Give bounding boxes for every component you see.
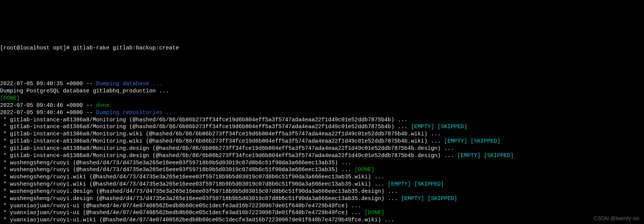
- repo-line: * gitlab-instance-a61386a8/Monitoring.de…: [0, 145, 454, 151]
- log-dumping-database: Dumping database ...: [96, 81, 166, 87]
- repo-status-tag: [EMPTY] [SKIPPED]: [388, 181, 444, 187]
- repo-line: * gitlab-instance-a61386a8/Monitoring (@…: [0, 124, 411, 130]
- repo-line: * wushengsheng/ruoyi.wiki (@hashed/d4/73…: [0, 181, 388, 187]
- repo-line: * wushengsheng/ruoyi.design (@hashed/d4/…: [0, 188, 398, 194]
- repo-line: * gitlab-instance-a61386a8/Monitoring (@…: [0, 117, 407, 123]
- shell-prompt-line: [root@localhost opt]# gitlab-rake gitlab…: [0, 45, 179, 51]
- log-timestamp: 2022-07-05 09:40:46 +0800 --: [0, 110, 96, 116]
- log-done-word: done: [96, 102, 109, 108]
- repo-line: * yuanxiaojuan/ruoyi-ui (@hashed/4e/07/4…: [0, 203, 361, 209]
- log-timestamp: 2022-07-05 09:40:35 +0800 --: [0, 81, 96, 87]
- repo-line: * wushengsheng/ruoyi.design (@hashed/d4/…: [0, 195, 401, 202]
- repo-status-tag: [EMPTY] [SKIPPED]: [444, 138, 500, 144]
- repo-line: * yuanxiaojuan/ruoyi-ui (@hashed/4e/07/4…: [0, 210, 364, 216]
- repo-line: * wushengsheng/ruoyi.wiki (@hashed/d4/73…: [0, 174, 384, 180]
- watermark: CSDN @twenty-six: [594, 215, 639, 222]
- log-dumping-repos: Dumping repositories ...: [96, 110, 176, 116]
- repo-status-tag: [EMPTY] [SKIPPED]: [411, 124, 467, 130]
- repo-line: * gitlab-instance-a61386a8/Monitoring.wi…: [0, 131, 441, 137]
- repo-line: * wushengsheng/ruoyi (@hashed/d4/73/d473…: [0, 167, 355, 173]
- repo-lines: * gitlab-instance-a61386a8/Monitoring (@…: [0, 116, 644, 224]
- repo-line: * gitlab-instance-a61386a8/Monitoring.de…: [0, 153, 457, 159]
- repo-status-tag: [EMPTY] [SKIPPED]: [457, 153, 514, 159]
- repo-status-tag: [EMPTY] [SKIPPED]: [401, 195, 457, 202]
- repo-line: * yuanxiaojuan/ruoyi-ui.wiki (@hashed/4e…: [0, 217, 394, 223]
- repo-status-tag: [DONE]: [364, 210, 384, 216]
- log-timestamp: 2022-07-05 09:40:46 +0800 --: [0, 102, 96, 108]
- log-done-tag: [DONE]: [0, 95, 20, 101]
- repo-line: * wushengsheng/ruoyi (@hashed/d4/73/d473…: [0, 160, 351, 166]
- repo-line: * gitlab-instance-a61386a8/Monitoring.wi…: [0, 138, 444, 144]
- terminal-output: [root@localhost opt]# gitlab-rake gitlab…: [0, 36, 644, 224]
- log-pg-line: Dumping PostgreSQL database gitlabhq_pro…: [0, 88, 169, 94]
- repo-status-tag: [DONE]: [355, 167, 374, 173]
